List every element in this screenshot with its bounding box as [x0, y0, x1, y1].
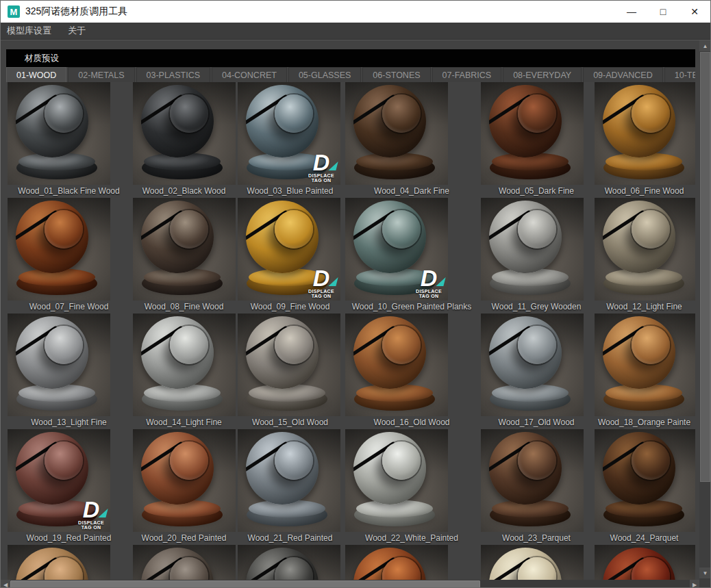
material-item[interactable]: Wood_06_Fine Wood: [593, 82, 695, 198]
tab-03-plastics[interactable]: 03-PLASTICS: [136, 67, 211, 82]
material-item[interactable]: D DISPLACE TAG ON Wood_10_Green Painted …: [344, 198, 479, 314]
material-item[interactable]: [236, 545, 344, 580]
material-thumbnail[interactable]: [133, 545, 236, 580]
material-thumbnail[interactable]: [238, 314, 340, 416]
material-thumbnail[interactable]: [481, 198, 584, 301]
material-item[interactable]: Wood_24_Parquet: [593, 429, 695, 545]
material-item[interactable]: Wood_04_Dark Fine: [344, 82, 479, 198]
shader-ball-core: [45, 94, 83, 133]
material-item[interactable]: [6, 545, 132, 580]
material-item[interactable]: Wood_18_Orange Painte: [593, 314, 695, 429]
tab-label: 01-WOOD: [16, 71, 56, 80]
displace-badge: D DISPLACE TAG ON: [304, 268, 338, 298]
material-item[interactable]: Wood_14_Light Fine: [132, 314, 236, 429]
material-item[interactable]: Wood_12_Light Fine: [593, 198, 695, 314]
material-item[interactable]: [479, 545, 593, 580]
tab-04-concret[interactable]: 04-CONCRET: [212, 67, 287, 82]
close-button[interactable]: ✕: [679, 1, 710, 23]
tab-09-advanced[interactable]: 09-ADVANCED: [583, 67, 663, 82]
shader-ball-core: [275, 210, 313, 248]
material-thumbnail[interactable]: [345, 429, 448, 532]
tab-label: 02-METALS: [78, 71, 124, 80]
material-grid: Wood_01_Black Fine Wood Wood_02_Black Wo…: [6, 82, 695, 580]
title-bar: M 325阿诺德材质调用工具 — □ ✕: [1, 1, 710, 23]
material-thumbnail[interactable]: D DISPLACE TAG ON: [238, 82, 340, 185]
material-item[interactable]: Wood_08_Fine Wood: [132, 198, 236, 314]
tab-08-everyday[interactable]: 08-EVERYDAY: [503, 67, 582, 82]
material-thumbnail[interactable]: [595, 545, 695, 580]
material-thumbnail[interactable]: [133, 198, 236, 301]
tab-01-wood[interactable]: 01-WOOD: [6, 67, 66, 82]
material-item[interactable]: Wood_01_Black Fine Wood: [6, 82, 132, 198]
material-thumbnail[interactable]: [238, 545, 340, 580]
material-label: Wood_23_Parquet: [479, 532, 593, 545]
material-thumbnail[interactable]: [8, 545, 110, 580]
material-thumbnail[interactable]: [133, 429, 236, 532]
material-thumbnail[interactable]: [595, 429, 695, 532]
displace-d-icon: D: [421, 268, 438, 288]
material-item[interactable]: D DISPLACE TAG ON Wood_03_Blue Painted: [236, 82, 344, 198]
material-item[interactable]: [593, 545, 695, 580]
maximize-button[interactable]: □: [647, 1, 679, 23]
material-label: Wood_22_White_Painted: [344, 532, 479, 545]
material-item[interactable]: Wood_16_Old Wood: [344, 314, 479, 429]
material-item[interactable]: Wood_17_Old Wood: [479, 314, 593, 429]
panel-header-label: 材质预设: [25, 53, 59, 64]
material-label: Wood_12_Light Fine: [593, 301, 695, 314]
material-thumbnail[interactable]: [345, 314, 448, 416]
material-thumbnail[interactable]: [8, 198, 110, 301]
material-thumbnail[interactable]: [238, 429, 340, 532]
material-thumbnail[interactable]: [481, 545, 584, 580]
shader-ball-sphere: [16, 85, 88, 157]
material-item[interactable]: Wood_20_Red Painted: [132, 429, 236, 545]
material-thumbnail[interactable]: [481, 314, 584, 416]
material-item[interactable]: Wood_11_Grey Wooden: [479, 198, 593, 314]
material-thumbnail[interactable]: D DISPLACE TAG ON: [238, 198, 340, 301]
material-thumbnail[interactable]: [133, 82, 236, 185]
horizontal-scrollbar-thumb[interactable]: [10, 580, 480, 588]
material-thumbnail[interactable]: D DISPLACE TAG ON: [345, 198, 448, 301]
tab-10-tech[interactable]: 10-TECH: [664, 67, 695, 82]
tab-07-fabrics[interactable]: 07-FABRICS: [432, 67, 502, 82]
material-item[interactable]: Wood_15_Old Wood: [236, 314, 344, 429]
material-item[interactable]: Wood_13_Light Fine: [6, 314, 132, 429]
horizontal-scrollbar[interactable]: ◀ ▶: [1, 580, 699, 588]
tab-06-stones[interactable]: 06-STONES: [362, 67, 430, 82]
material-thumbnail[interactable]: D DISPLACE TAG ON: [8, 429, 110, 532]
material-item[interactable]: D DISPLACE TAG ON Wood_09_Fine Wood: [236, 198, 344, 314]
material-thumbnail[interactable]: [8, 82, 110, 185]
material-thumbnail[interactable]: [595, 82, 695, 185]
menu-item-about[interactable]: 关于: [60, 23, 94, 39]
menu-item-library-settings[interactable]: 模型库设置: [1, 23, 60, 39]
scroll-down-icon[interactable]: ▼: [699, 567, 711, 578]
tab-05-glasses[interactable]: 05-GLASSES: [288, 67, 361, 82]
material-item[interactable]: [132, 545, 236, 580]
scroll-right-icon[interactable]: ▶: [690, 580, 699, 588]
material-thumbnail[interactable]: [595, 314, 695, 416]
shader-ball-core: [632, 94, 670, 133]
material-item[interactable]: Wood_22_White_Painted: [344, 429, 479, 545]
material-item[interactable]: Wood_21_Red Painted: [236, 429, 344, 545]
scroll-left-icon[interactable]: ◀: [1, 580, 10, 588]
material-item[interactable]: [344, 545, 479, 580]
minimize-button[interactable]: —: [616, 1, 647, 23]
material-item[interactable]: Wood_02_Black Wood: [132, 82, 236, 198]
material-thumbnail[interactable]: [481, 82, 584, 185]
material-thumbnail[interactable]: [133, 314, 236, 416]
shader-ball-sphere: [141, 316, 214, 389]
window-controls: — □ ✕: [616, 1, 710, 23]
material-item[interactable]: Wood_07_Fine Wood: [6, 198, 132, 314]
vertical-scrollbar[interactable]: ▲ ▼: [699, 40, 711, 578]
scroll-up-icon[interactable]: ▲: [699, 40, 711, 51]
material-item[interactable]: Wood_23_Parquet: [479, 429, 593, 545]
vertical-scrollbar-thumb[interactable]: [700, 52, 710, 482]
material-item[interactable]: Wood_05_Dark Fine: [479, 82, 593, 198]
tab-02-metals[interactable]: 02-METALS: [68, 67, 134, 82]
shader-ball-sphere: [603, 316, 675, 389]
material-thumbnail[interactable]: [345, 82, 448, 185]
material-item[interactable]: D DISPLACE TAG ON Wood_19_Red Painted: [6, 429, 132, 545]
material-thumbnail[interactable]: [345, 545, 448, 580]
material-thumbnail[interactable]: [8, 314, 110, 416]
material-thumbnail[interactable]: [481, 429, 584, 532]
material-thumbnail[interactable]: [595, 198, 695, 301]
